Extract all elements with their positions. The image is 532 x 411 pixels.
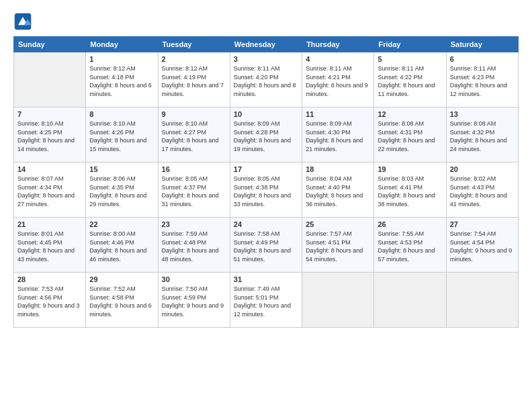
day-info: Sunrise: 8:03 AMSunset: 4:41 PMDaylight:… [378,175,442,208]
day-number: 4 [306,55,370,63]
day-number: 23 [162,220,226,228]
weekday-header-friday: Friday [374,37,446,52]
calendar-cell [446,273,518,328]
day-number: 19 [378,165,442,173]
day-number: 16 [162,165,226,173]
day-info: Sunrise: 8:07 AMSunset: 4:34 PMDaylight:… [17,175,82,208]
day-info: Sunrise: 8:10 AMSunset: 4:27 PMDaylight:… [162,120,226,153]
day-info: Sunrise: 7:50 AMSunset: 4:59 PMDaylight:… [162,285,226,318]
day-number: 15 [89,165,154,173]
day-number: 29 [89,275,154,283]
day-info: Sunrise: 8:11 AMSunset: 4:23 PMDaylight:… [450,64,515,98]
day-info: Sunrise: 8:08 AMSunset: 4:31 PMDaylight:… [378,120,442,153]
day-info: Sunrise: 8:12 AMSunset: 4:19 PMDaylight:… [162,64,226,98]
calendar-cell [374,273,446,328]
day-info: Sunrise: 8:00 AMSunset: 4:46 PMDaylight:… [89,230,154,263]
day-info: Sunrise: 7:59 AMSunset: 4:48 PMDaylight:… [162,230,226,263]
day-info: Sunrise: 7:53 AMSunset: 4:56 PMDaylight:… [17,285,82,318]
calendar-cell: 24Sunrise: 7:58 AMSunset: 4:49 PMDayligh… [230,218,302,273]
weekday-header-tuesday: Tuesday [158,37,230,52]
weekday-header-row: SundayMondayTuesdayWednesdayThursdayFrid… [14,37,519,52]
day-number: 2 [162,55,226,63]
calendar-cell: 23Sunrise: 7:59 AMSunset: 4:48 PMDayligh… [158,218,230,273]
calendar-week-row: 1Sunrise: 8:12 AMSunset: 4:18 PMDaylight… [14,52,519,107]
day-number: 21 [17,220,82,228]
calendar-cell: 31Sunrise: 7:49 AMSunset: 5:01 PMDayligh… [230,273,302,328]
day-info: Sunrise: 8:11 AMSunset: 4:20 PMDaylight:… [234,64,298,98]
day-info: Sunrise: 7:57 AMSunset: 4:51 PMDaylight:… [306,230,370,263]
day-info: Sunrise: 8:11 AMSunset: 4:21 PMDaylight:… [306,64,370,98]
weekday-header-monday: Monday [86,37,158,52]
day-info: Sunrise: 7:49 AMSunset: 5:01 PMDaylight:… [234,285,298,318]
day-number: 17 [234,165,298,173]
day-number: 30 [162,275,226,283]
day-number: 5 [378,55,442,63]
day-info: Sunrise: 8:11 AMSunset: 4:22 PMDaylight:… [378,64,442,98]
calendar-cell: 22Sunrise: 8:00 AMSunset: 4:46 PMDayligh… [86,218,158,273]
calendar-cell: 2Sunrise: 8:12 AMSunset: 4:19 PMDaylight… [158,52,230,107]
day-info: Sunrise: 8:05 AMSunset: 4:38 PMDaylight:… [234,175,298,208]
day-info: Sunrise: 7:55 AMSunset: 4:53 PMDaylight:… [378,230,442,263]
calendar-cell: 4Sunrise: 8:11 AMSunset: 4:21 PMDaylight… [302,52,374,107]
calendar-cell [14,52,86,107]
day-info: Sunrise: 8:10 AMSunset: 4:26 PMDaylight:… [89,120,154,153]
day-number: 31 [234,275,298,283]
day-info: Sunrise: 8:02 AMSunset: 4:43 PMDaylight:… [450,175,515,208]
day-info: Sunrise: 8:09 AMSunset: 4:28 PMDaylight:… [234,120,298,153]
calendar-cell: 1Sunrise: 8:12 AMSunset: 4:18 PMDaylight… [86,52,158,107]
weekday-header-wednesday: Wednesday [230,37,302,52]
day-number: 25 [306,220,370,228]
day-info: Sunrise: 8:01 AMSunset: 4:45 PMDaylight:… [17,230,82,263]
calendar-cell: 14Sunrise: 8:07 AMSunset: 4:34 PMDayligh… [14,163,86,218]
calendar-cell: 21Sunrise: 8:01 AMSunset: 4:45 PMDayligh… [14,218,86,273]
calendar-cell: 10Sunrise: 8:09 AMSunset: 4:28 PMDayligh… [230,107,302,163]
calendar-cell: 8Sunrise: 8:10 AMSunset: 4:26 PMDaylight… [86,107,158,163]
day-number: 10 [234,110,298,118]
day-info: Sunrise: 7:54 AMSunset: 4:54 PMDaylight:… [450,230,515,263]
page: SundayMondayTuesdayWednesdayThursdayFrid… [0,0,532,411]
day-info: Sunrise: 8:04 AMSunset: 4:40 PMDaylight:… [306,175,370,208]
logo [13,12,35,31]
calendar-cell: 16Sunrise: 8:05 AMSunset: 4:37 PMDayligh… [158,163,230,218]
calendar-cell: 3Sunrise: 8:11 AMSunset: 4:20 PMDaylight… [230,52,302,107]
logo-icon [13,12,32,31]
calendar-cell: 26Sunrise: 7:55 AMSunset: 4:53 PMDayligh… [374,218,446,273]
day-info: Sunrise: 8:09 AMSunset: 4:30 PMDaylight:… [306,120,370,153]
day-info: Sunrise: 8:08 AMSunset: 4:32 PMDaylight:… [450,120,515,153]
day-info: Sunrise: 7:58 AMSunset: 4:49 PMDaylight:… [234,230,298,263]
calendar-cell: 29Sunrise: 7:52 AMSunset: 4:58 PMDayligh… [86,273,158,328]
calendar-cell: 13Sunrise: 8:08 AMSunset: 4:32 PMDayligh… [446,107,518,163]
calendar-cell: 6Sunrise: 8:11 AMSunset: 4:23 PMDaylight… [446,52,518,107]
calendar-week-row: 7Sunrise: 8:10 AMSunset: 4:25 PMDaylight… [14,107,519,163]
calendar-cell: 5Sunrise: 8:11 AMSunset: 4:22 PMDaylight… [374,52,446,107]
calendar-week-row: 21Sunrise: 8:01 AMSunset: 4:45 PMDayligh… [14,218,519,273]
day-number: 22 [89,220,154,228]
day-number: 7 [17,110,82,118]
day-number: 9 [162,110,226,118]
day-number: 14 [17,165,82,173]
calendar-cell [302,273,374,328]
day-info: Sunrise: 8:06 AMSunset: 4:35 PMDaylight:… [89,175,154,208]
day-info: Sunrise: 8:05 AMSunset: 4:37 PMDaylight:… [162,175,226,208]
calendar-cell: 27Sunrise: 7:54 AMSunset: 4:54 PMDayligh… [446,218,518,273]
day-info: Sunrise: 8:10 AMSunset: 4:25 PMDaylight:… [17,120,82,153]
calendar-table: SundayMondayTuesdayWednesdayThursdayFrid… [13,36,519,328]
day-number: 24 [234,220,298,228]
header [13,12,519,31]
calendar-cell: 20Sunrise: 8:02 AMSunset: 4:43 PMDayligh… [446,163,518,218]
calendar-cell: 9Sunrise: 8:10 AMSunset: 4:27 PMDaylight… [158,107,230,163]
calendar-cell: 18Sunrise: 8:04 AMSunset: 4:40 PMDayligh… [302,163,374,218]
calendar-cell: 30Sunrise: 7:50 AMSunset: 4:59 PMDayligh… [158,273,230,328]
calendar-cell: 15Sunrise: 8:06 AMSunset: 4:35 PMDayligh… [86,163,158,218]
weekday-header-saturday: Saturday [446,37,518,52]
calendar-cell: 25Sunrise: 7:57 AMSunset: 4:51 PMDayligh… [302,218,374,273]
calendar-cell: 12Sunrise: 8:08 AMSunset: 4:31 PMDayligh… [374,107,446,163]
calendar-cell: 19Sunrise: 8:03 AMSunset: 4:41 PMDayligh… [374,163,446,218]
day-number: 18 [306,165,370,173]
day-number: 26 [378,220,442,228]
calendar-cell: 28Sunrise: 7:53 AMSunset: 4:56 PMDayligh… [14,273,86,328]
calendar-cell: 17Sunrise: 8:05 AMSunset: 4:38 PMDayligh… [230,163,302,218]
day-number: 12 [378,110,442,118]
day-number: 11 [306,110,370,118]
day-info: Sunrise: 8:12 AMSunset: 4:18 PMDaylight:… [89,64,154,98]
